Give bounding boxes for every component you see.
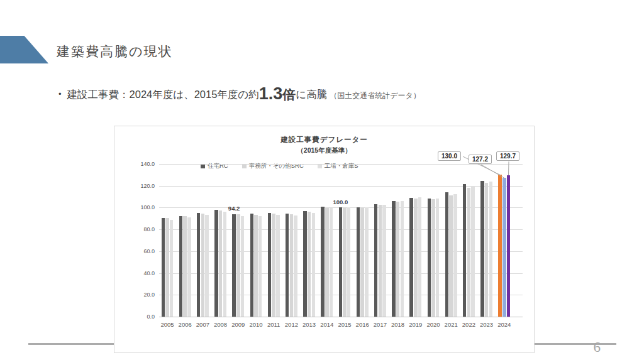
bar-2012-s2 (294, 215, 297, 317)
chart-subtitle: （2015年度基準） (114, 146, 534, 155)
x-axis-tick-label: 2017 (374, 321, 387, 328)
bar-2015-s2 (347, 207, 351, 317)
x-axis-tick-label: 2006 (179, 321, 192, 328)
bar-2010-s0 (250, 214, 254, 317)
x-axis-tick-label: 2011 (267, 321, 280, 328)
y-axis-tick-label: 40.0 (143, 270, 155, 276)
bullet-highlight-unit: 倍 (282, 87, 296, 102)
bar-2022-s0 (463, 184, 467, 317)
chart-container: 建設工事費デフレーター （2015年度基準） 住宅RC事務所・その他SRC工場・… (114, 126, 535, 353)
bar-2005-s2 (170, 220, 174, 317)
bar-2005-s0 (162, 218, 165, 317)
gridline (159, 317, 523, 317)
bullet-highlight-number: 1.3 (259, 84, 283, 103)
bar-2009-s0 (232, 214, 236, 317)
x-axis-tick-label: 2020 (426, 321, 440, 328)
bar-2023-s2 (489, 182, 493, 317)
bar-2006-s1 (183, 216, 187, 317)
x-axis-tick-label: 2015 (338, 321, 351, 328)
bar-2013-s0 (303, 211, 307, 317)
bar-2009-s1 (236, 214, 240, 317)
bar-2005-s1 (165, 218, 169, 317)
callout-2024-s1: 127.2 (469, 155, 492, 164)
bar-2014-s1 (325, 208, 329, 317)
bar-2023-s1 (485, 183, 489, 317)
x-axis-tick-label: 2022 (462, 321, 475, 328)
bar-2014-s0 (321, 207, 325, 317)
bar-2018-s2 (401, 201, 404, 317)
x-axis-tick-label: 2023 (480, 321, 493, 328)
bar-2007-s1 (201, 214, 205, 317)
callout-2024-s2: 129.7 (496, 151, 519, 161)
bar-2008-s2 (223, 212, 227, 317)
callout-2024-s0: 130.0 (438, 151, 461, 161)
bar-2013-s1 (308, 212, 311, 317)
bar-2018-s1 (396, 202, 400, 317)
bar-2006-s0 (179, 216, 183, 317)
page-number: 6 (582, 339, 601, 356)
x-axis-tick-label: 2024 (497, 321, 511, 328)
y-axis-tick-label: 0.0 (147, 314, 155, 320)
bar-2022-s1 (467, 188, 471, 317)
bar-2011-s1 (272, 214, 275, 317)
bullet-marker: • (58, 89, 62, 99)
x-axis-tick-label: 2008 (214, 321, 227, 328)
bar-2017-s2 (382, 205, 386, 317)
bar-2013-s2 (312, 213, 316, 317)
bullet-text: •建設工事費：2024年度は、2015年度の約1.3倍に高騰（国土交通省統計デー… (58, 84, 421, 104)
bar-2024-s2 (507, 175, 511, 317)
bar-2017-s0 (374, 204, 378, 317)
bar-2015-s0 (339, 207, 343, 317)
y-axis-tick-label: 80.0 (143, 226, 155, 232)
bar-2014-s2 (330, 208, 333, 317)
bar-2019-s1 (414, 199, 418, 317)
gridline (159, 164, 523, 165)
bar-2006-s2 (187, 217, 191, 317)
data-label-2015: 100.0 (333, 199, 348, 205)
x-axis-tick-label: 2021 (445, 321, 458, 328)
slide-title: 建築費高騰の現状 (57, 43, 173, 60)
gridline (159, 186, 523, 187)
bar-2023-s0 (480, 181, 484, 317)
y-axis-tick-label: 120.0 (140, 183, 155, 189)
x-axis-tick-label: 2013 (303, 321, 316, 328)
bar-2012-s0 (286, 214, 289, 317)
bar-2018-s0 (392, 201, 396, 317)
bar-2011-s2 (276, 215, 280, 317)
bullet-prefix: 建設工事費：2024年度は、2015年度の約 (67, 89, 259, 100)
y-axis-tick-label: 140.0 (140, 161, 155, 167)
bar-2011-s0 (268, 213, 272, 317)
x-axis-tick-label: 2019 (409, 321, 422, 328)
data-label-2009: 94.2 (228, 205, 240, 212)
bar-2016-s1 (360, 207, 364, 317)
y-axis-tick-label: 60.0 (143, 248, 155, 254)
x-axis-tick-label: 2016 (356, 321, 369, 328)
bar-2015-s1 (343, 207, 347, 317)
bar-2009-s2 (241, 216, 245, 317)
bar-2017-s1 (379, 205, 382, 317)
bar-2020-s2 (436, 199, 440, 317)
bar-2024-s0 (498, 175, 502, 317)
title-accent-shape (0, 36, 48, 63)
bar-2022-s2 (471, 186, 475, 317)
x-axis-tick-label: 2010 (249, 321, 262, 328)
bar-2012-s1 (290, 214, 294, 317)
bullet-source-note: （国土交通省統計データ） (330, 91, 421, 100)
x-axis-tick-label: 2018 (391, 321, 404, 328)
bullet-suffix: に高騰 (296, 89, 327, 100)
bar-2010-s2 (258, 216, 262, 317)
chart-title: 建設工事費デフレーター (114, 135, 534, 145)
bar-2019-s0 (409, 198, 413, 317)
x-axis-tick-label: 2005 (160, 321, 174, 328)
chart-plot-area: 0.020.040.060.080.0100.0120.0140.0200520… (159, 164, 523, 317)
y-axis-tick-label: 20.0 (143, 292, 155, 298)
bar-2021-s1 (449, 195, 453, 317)
bar-2020-s0 (428, 199, 431, 317)
bar-2007-s2 (205, 215, 209, 317)
x-axis-tick-label: 2014 (320, 321, 333, 328)
bar-2010-s1 (254, 215, 258, 317)
bar-2021-s2 (453, 194, 457, 317)
x-axis-tick-label: 2012 (285, 321, 298, 328)
bar-2008-s1 (219, 210, 223, 317)
bar-2016-s0 (357, 207, 360, 317)
